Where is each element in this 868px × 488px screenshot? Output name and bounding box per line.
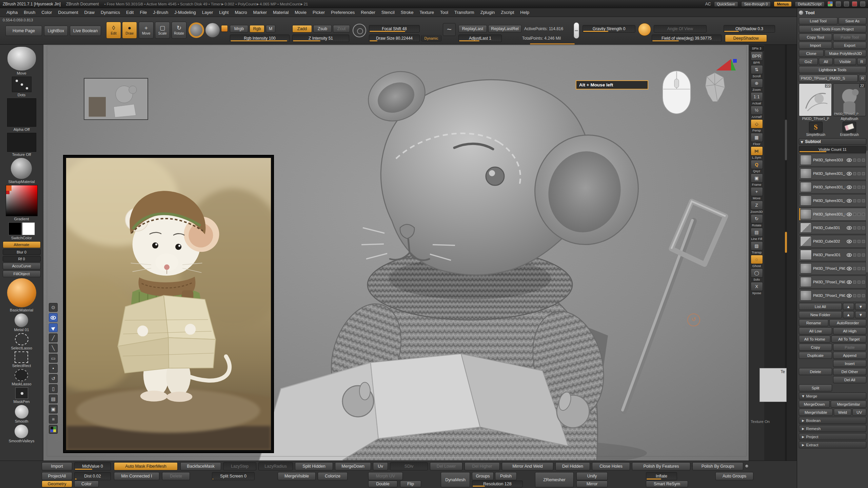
dynamic-toggle[interactable]: Dynamic — [421, 35, 441, 41]
unify-button[interactable]: Unify — [576, 472, 608, 480]
zremesher-button[interactable]: ZRemesher — [535, 472, 574, 487]
edit-mode-button[interactable]: ◊Edit — [106, 22, 121, 39]
colorize-button[interactable]: Colorize — [318, 472, 348, 480]
projectall-button[interactable]: ProjectAll — [42, 472, 72, 480]
focal-shift-icon[interactable] — [353, 24, 366, 37]
masklasso-icon[interactable] — [15, 369, 28, 381]
angle-of-view-slider[interactable]: Angle Of View — [654, 25, 707, 33]
persp-button[interactable]: ◇Persp — [751, 119, 763, 132]
clipboard-icon[interactable]: ▣ — [49, 405, 58, 413]
menu-transform[interactable]: Transform — [451, 10, 477, 15]
tp-all-to-home[interactable]: All To Home — [799, 336, 830, 343]
visibility-eye-icon[interactable] — [847, 253, 852, 257]
left-shelf-item-dots[interactable]: Dots — [12, 77, 32, 97]
menu-movie[interactable]: Movie — [292, 10, 310, 15]
spix-slider[interactable]: SPix 3 — [750, 46, 764, 51]
bpr-button[interactable]: BPRBPR — [751, 52, 763, 64]
move-mode-button[interactable]: +Move — [139, 22, 154, 39]
menu-draw[interactable]: Draw — [81, 10, 98, 15]
visibility-eye-icon[interactable] — [847, 240, 852, 243]
frame-button[interactable]: ▣Frame — [751, 174, 763, 186]
trash-icon[interactable]: ▯ — [49, 384, 58, 393]
tp-r[interactable]: R — [857, 58, 866, 65]
tp-load-tools-from-project[interactable]: Load Tools From Project — [799, 25, 866, 33]
left-shelf-item-blur-0[interactable]: Blur 0 — [3, 249, 41, 255]
menu-picker[interactable]: Picker — [310, 10, 328, 15]
tp-project[interactable]: ► Project — [799, 433, 866, 440]
subtool-toggle-icon[interactable] — [857, 172, 861, 175]
close-holes-button[interactable]: Close Holes — [592, 462, 630, 470]
menu-light[interactable]: Light — [216, 10, 232, 15]
groups-button[interactable]: Groups — [472, 472, 494, 480]
tp-all-to-target[interactable]: All To Target — [831, 336, 866, 343]
live-boolean-button[interactable]: Live Boolean — [70, 26, 101, 36]
menu-alpha[interactable]: Alpha — [3, 10, 21, 15]
menu-stroke[interactable]: Stroke — [398, 10, 417, 15]
dist-0-02-button[interactable]: Dist 0.02 — [74, 472, 111, 480]
zoom3d-button[interactable]: ZZoom3D — [750, 201, 763, 214]
subtool-toggle-icon[interactable] — [862, 199, 865, 202]
menu-macro[interactable]: Macro — [232, 10, 250, 15]
subtool-toggle-icon[interactable] — [862, 267, 865, 270]
subtool-item-pm3d-sphere3d1-6[interactable]: PM3D_Sphere3D1_6 — [799, 208, 866, 221]
pencil-icon[interactable]: ╱ — [49, 333, 58, 342]
subtool-toggle-icon[interactable] — [857, 294, 861, 297]
tp-extract[interactable]: ► Extract — [799, 441, 866, 448]
layout-icon[interactable] — [836, 1, 841, 6]
deep-shadow-button[interactable]: DeepShadow — [725, 35, 767, 42]
polish-by-features-button[interactable]: Polish By Features — [632, 462, 690, 470]
menu-texture[interactable]: Texture — [416, 10, 437, 15]
actual-button[interactable]: 1:1Actual — [751, 92, 763, 105]
polish-by-groups-button[interactable]: Polish By Groups — [692, 462, 743, 470]
subtool-toggle-icon[interactable] — [853, 253, 856, 257]
gradient-icon[interactable] — [6, 185, 38, 216]
pin-icon[interactable]: ⊙ — [49, 303, 58, 312]
menu-brush[interactable]: Brush — [21, 10, 38, 15]
menu-stencil[interactable]: Stencil — [378, 10, 398, 15]
left-shelf-item-alternate[interactable]: Alternate — [3, 241, 41, 248]
menu-material[interactable]: Material — [270, 10, 292, 15]
mergevisible-button[interactable]: MergeVisible — [278, 472, 316, 480]
tp-all-low[interactable]: All Low — [799, 327, 832, 334]
current-material-icon[interactable] — [205, 23, 220, 37]
menu-marker[interactable]: Marker — [250, 10, 270, 15]
subtool-item-pm3d-tpose1-pm3d-sphere3[interactable]: PM3D_TPose1_PM3D_Sphere3 — [799, 289, 866, 302]
scale-mode-button[interactable]: ▢Scale — [155, 22, 170, 39]
tp-import[interactable]: Import — [799, 42, 832, 49]
printer-icon[interactable]: ▤ — [49, 394, 58, 403]
subtool-toggle-icon[interactable] — [857, 253, 861, 257]
tp-remesh[interactable]: ► Remesh — [799, 425, 866, 432]
menu-color[interactable]: Color — [38, 10, 55, 15]
selectrect-icon[interactable] — [15, 351, 28, 363]
adjust-last-slider[interactable]: AdjustLast 1 — [458, 35, 502, 42]
morph-uv-button[interactable]: Morph UV — [368, 472, 403, 480]
subtool-toggle-icon[interactable] — [853, 267, 856, 270]
tp-export[interactable]: Export — [833, 42, 866, 49]
mirror-and-weld-button[interactable]: Mirror And Weld — [502, 462, 553, 470]
eye-icon[interactable] — [49, 313, 58, 322]
left-shelf-item-fillobject[interactable]: FillObject — [3, 270, 41, 277]
menu-zplugin[interactable]: Zplugin — [477, 10, 498, 15]
double-button[interactable]: Double — [368, 481, 397, 487]
see-through-slider[interactable]: See-through 0 — [741, 1, 771, 7]
subtool-item-pm3d-tpose1-pm3d-sphere3[interactable]: PM3D_TPose1_PM3D_Sphere3 — [799, 276, 866, 288]
ghost-button[interactable]: ◌Ghost — [751, 255, 763, 268]
move-button[interactable]: +Move — [751, 187, 763, 200]
line-fill-button[interactable]: ▤Line Fill — [751, 228, 763, 241]
subtool-toggle-icon[interactable] — [862, 240, 865, 243]
tp-item[interactable]: ▲ — [843, 303, 854, 310]
tool-thumbnail-recent[interactable]: 22 PM3D_TPose1_P — [833, 83, 866, 116]
tp-paste-tool[interactable]: Paste Tool — [833, 34, 866, 41]
undo-icon[interactable]: ↺ — [49, 374, 58, 383]
subtool-item-pm3d-tpose1-pm3d-sphere3[interactable]: PM3D_TPose1_PM3D_Sphere3 — [799, 262, 866, 275]
dynamesh-button[interactable]: DynaMesh — [441, 472, 470, 487]
tp-make-polymesh3d[interactable]: Make PolyMesh3D — [825, 50, 866, 57]
left-shelf-item-metal-01[interactable]: Metal 01 — [14, 313, 29, 332]
subtool-toggle-icon[interactable] — [857, 281, 861, 284]
menu-zscript[interactable]: Zscript — [498, 10, 517, 15]
metal-01-icon[interactable] — [15, 313, 28, 327]
subtool-item-pm3d-sphere3d1-4[interactable]: PM3D_Sphere3D1_4 — [799, 194, 866, 207]
subtool-item-pm3d-plane3d1[interactable]: PM3D_Plane3D1 — [799, 248, 866, 261]
eraserbrush-item[interactable]: EraserBrush — [833, 122, 867, 137]
tp-paste[interactable]: Paste — [833, 344, 866, 351]
